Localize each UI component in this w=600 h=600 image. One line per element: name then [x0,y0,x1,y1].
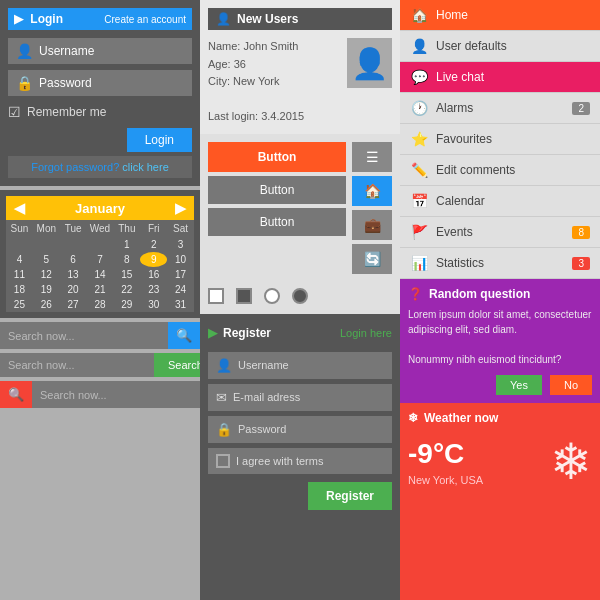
search-icon-button-1[interactable]: 🔍 [168,322,200,349]
login-panel: ▶ Login Create an account 👤 Username 🔒 P… [0,0,200,186]
icon-column: ☰ 🏠 💼 🔄 [352,142,392,274]
nav-item-calendar[interactable]: 📅 Calendar [400,186,600,217]
radio-unchecked[interactable] [264,288,280,304]
search-input-1[interactable] [0,324,168,348]
new-users-panel: 👤 New Users Name: John Smith Age: 36 Cit… [200,0,400,134]
play-icon: ▶ [14,12,23,26]
search-red-icon: 🔍 [0,381,32,408]
reg-username-field: 👤 Username [208,352,392,379]
orange-button[interactable]: Button [208,142,346,172]
question-header: ❓ Random question [408,287,592,301]
nav-item-live-chat[interactable]: 💬 Live chat [400,62,600,93]
reg-email-label: E-mail adress [233,391,300,403]
nav-alarms-label: Alarms [436,101,564,115]
password-label: Password [39,76,92,90]
middle-column: 👤 New Users Name: John Smith Age: 36 Cit… [200,0,400,600]
login-title: ▶ Login [14,12,63,26]
events-badge: 8 [572,226,590,239]
nav-item-edit-comments[interactable]: ✏️ Edit comments [400,155,600,186]
user-last-login: Last login: 3.4.2015 [208,108,339,126]
live-chat-icon: 💬 [410,69,428,85]
form-controls [200,282,400,310]
reg-password-label: Password [238,423,286,435]
nav-item-home[interactable]: 🏠 Home [400,0,600,31]
username-field: 👤 Username [8,38,192,64]
user-icon: 👤 [16,43,33,59]
remember-label: Remember me [27,105,106,119]
home-icon-button[interactable]: 🏠 [352,176,392,206]
click-here-link[interactable]: click here [122,161,168,173]
new-users-title: New Users [237,12,298,26]
radio-checked[interactable] [292,288,308,304]
checkbox-unchecked[interactable] [208,288,224,304]
prev-month-button[interactable]: ◀ [14,200,25,216]
nav-menu: 🏠 Home 👤 User defaults 💬 Live chat 🕐 Ala… [400,0,600,279]
reg-password-field: 🔒 Password [208,416,392,443]
lock-icon: 🔒 [16,75,33,91]
question-body: Lorem ipsum dolor sit amet, consectetuer… [408,307,592,367]
reg-lock-icon: 🔒 [216,422,232,437]
agree-checkbox[interactable] [216,454,230,468]
question-buttons: Yes No [408,375,592,395]
register-header: ▶ Register Login here [208,322,392,344]
register-btn-row: Register [208,482,392,510]
nav-item-events[interactable]: 🚩 Events 8 [400,217,600,248]
register-button[interactable]: Register [308,482,392,510]
login-here-link[interactable]: Login here [340,327,392,339]
weather-title: Weather now [424,411,498,425]
weather-content: -9°C New York, USA ❄ [408,433,592,491]
alarms-icon: 🕐 [410,100,428,116]
search-bar-2: Search [0,353,200,377]
checkbox-checked[interactable] [236,288,252,304]
controls-panel: Button Button Button ☰ 🏠 💼 🔄 [200,134,400,282]
calendar-days: 1 2 3 4 5 6 7 8 9 10 11 12 13 14 15 16 1 [6,237,194,312]
search-input-2[interactable] [0,353,154,377]
password-field: 🔒 Password [8,70,192,96]
create-account-link[interactable]: Create an account [104,14,186,25]
menu-icon-button[interactable]: ☰ [352,142,392,172]
nav-edit-comments-label: Edit comments [436,163,590,177]
remember-row: ☑ Remember me [8,102,192,122]
nav-item-user-defaults[interactable]: 👤 User defaults [400,31,600,62]
search-input-3[interactable] [32,383,200,407]
refresh-icon-button[interactable]: 🔄 [352,244,392,274]
login-button[interactable]: Login [127,128,192,152]
next-month-button[interactable]: ▶ [175,200,186,216]
favourites-icon: ⭐ [410,131,428,147]
reg-username-label: Username [238,359,289,371]
nav-item-alarms[interactable]: 🕐 Alarms 2 [400,93,600,124]
nav-home-label: Home [436,8,590,22]
reg-user-icon: 👤 [216,358,232,373]
new-users-header: 👤 New Users [208,8,392,30]
register-play-icon: ▶ [208,326,217,340]
nav-item-statistics[interactable]: 📊 Statistics 3 [400,248,600,279]
weather-icon: ❄ [408,411,418,425]
forgot-password-row: Forgot password? click here [8,156,192,178]
username-label: Username [39,44,94,58]
search-section: 🔍 Search 🔍 [0,322,200,408]
briefcase-icon-button[interactable]: 💼 [352,210,392,240]
button-column: Button Button Button [208,142,346,274]
edit-comments-icon: ✏️ [410,162,428,178]
agree-label: I agree with terms [236,455,323,467]
question-subtext: Nonummy nibh euismod tincidunt? [408,352,592,367]
events-icon: 🚩 [410,224,428,240]
random-question-panel: ❓ Random question Lorem ipsum dolor sit … [400,279,600,403]
home-nav-icon: 🏠 [410,7,428,23]
reg-email-field: ✉ E-mail adress [208,384,392,411]
new-users-icon: 👤 [216,12,231,26]
right-column: 🏠 Home 👤 User defaults 💬 Live chat 🕐 Ala… [400,0,600,600]
calendar-nav-icon: 📅 [410,193,428,209]
yes-button[interactable]: Yes [496,375,542,395]
gray-button-2[interactable]: Button [208,208,346,236]
no-button[interactable]: No [550,375,592,395]
calendar-days-header: Sun Mon Tue Wed Thu Fri Sat [6,220,194,237]
question-icon: ❓ [408,287,423,301]
calendar-month: January [75,201,125,216]
user-city: City: New York [208,73,339,91]
nav-item-favourites[interactable]: ⭐ Favourites [400,124,600,155]
gray-button-1[interactable]: Button [208,176,346,204]
nav-statistics-label: Statistics [436,256,564,270]
user-avatar: 👤 [347,38,392,88]
weather-header: ❄ Weather now [408,411,592,425]
